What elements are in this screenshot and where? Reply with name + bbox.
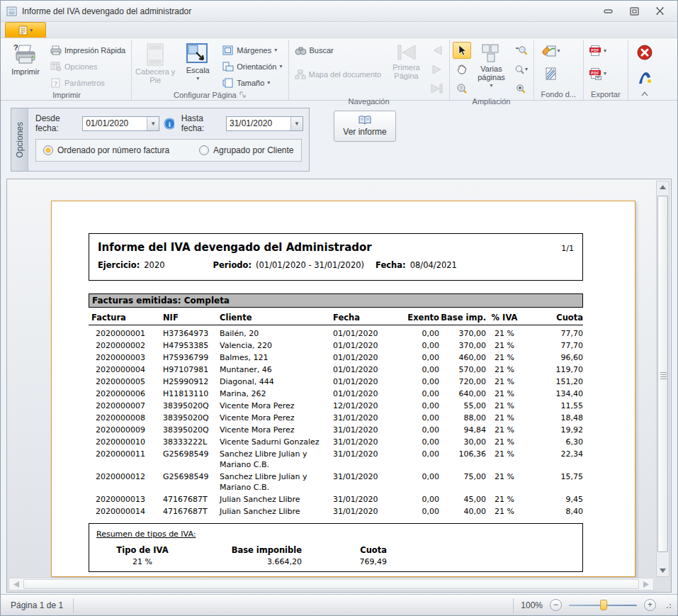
pointer-icon bbox=[457, 45, 467, 56]
to-date-combobox[interactable]: ▼ bbox=[226, 116, 303, 131]
report-page: Informe del IVA devengado del Administra… bbox=[51, 201, 635, 577]
summary-col-base: Base imponible bbox=[188, 545, 302, 555]
magnifier-icon: ? bbox=[456, 83, 468, 94]
hand-icon bbox=[456, 64, 468, 75]
vertical-scroll-thumb[interactable] bbox=[657, 196, 668, 552]
from-date-input[interactable] bbox=[83, 117, 147, 130]
first-page-icon bbox=[396, 43, 417, 62]
send-document-button[interactable]: PDF ▾ bbox=[587, 67, 609, 81]
zoom-level-button[interactable]: ▾ bbox=[512, 61, 531, 78]
print-button[interactable]: ? Imprimir bbox=[5, 41, 46, 86]
close-preview-button[interactable] bbox=[635, 44, 654, 61]
orientation-icon bbox=[222, 62, 234, 72]
last-page-button bbox=[428, 80, 446, 97]
radio-group-by-client[interactable]: Agrupado por Cliente bbox=[199, 145, 293, 155]
zoom-slider[interactable] bbox=[569, 599, 637, 612]
title-bar: Informe del IVA devengado del administra… bbox=[1, 1, 677, 22]
send-pdf-icon: PDF bbox=[589, 68, 601, 79]
chevron-down-icon: ▾ bbox=[490, 83, 492, 89]
quick-printer-icon bbox=[50, 45, 62, 55]
horizontal-scroll-thumb[interactable] bbox=[23, 579, 639, 589]
window-title: Informe del IVA devengado del administra… bbox=[22, 6, 191, 16]
print-preview-window: Informe del IVA devengado del administra… bbox=[0, 0, 678, 616]
svg-text:?: ? bbox=[459, 85, 463, 91]
summary-val-base: 3.664,20 bbox=[188, 557, 302, 566]
table-row: 202000001347167687TJulian Sanchez Llibre… bbox=[89, 494, 583, 505]
vat-summary-box: Resumen de tipos de IVA: Tipo de IVA Bas… bbox=[89, 523, 583, 572]
header-footer-icon bbox=[146, 43, 164, 66]
next-page-icon bbox=[431, 65, 443, 74]
document-icon bbox=[18, 26, 28, 35]
group-label-imprimir: Imprimir bbox=[5, 90, 128, 100]
document-preview-area[interactable]: Informe del IVA devengado del Administra… bbox=[6, 179, 672, 593]
last-page-icon bbox=[431, 84, 443, 94]
multiple-pages-button[interactable]: Varias páginas ▾ bbox=[473, 41, 511, 89]
vertical-scrollbar[interactable] bbox=[656, 181, 669, 577]
collapse-ribbon-icon[interactable] bbox=[640, 91, 649, 97]
minimize-button[interactable] bbox=[601, 6, 616, 17]
chevron-down-icon[interactable]: ▼ bbox=[147, 117, 159, 130]
ribbon-group-ampliacion: ? Varias páginas ▾ ▾ bbox=[450, 40, 534, 100]
page-color-button[interactable]: ▾ bbox=[537, 43, 565, 60]
from-date-combobox[interactable]: ▼ bbox=[82, 116, 159, 131]
scale-button[interactable]: Escala ▾ bbox=[177, 41, 218, 86]
triangle-down-icon bbox=[660, 569, 666, 573]
restore-button[interactable] bbox=[626, 6, 642, 17]
group-label-configurar-pagina: Configurar Página bbox=[174, 91, 237, 99]
chevron-down-icon[interactable]: ▼ bbox=[290, 117, 303, 130]
watermark-icon bbox=[545, 67, 558, 80]
zoom-in-stepper[interactable]: + bbox=[644, 599, 656, 611]
page-color-icon bbox=[541, 45, 557, 57]
close-red-icon bbox=[637, 45, 652, 60]
ribbon-group-configurar-pagina: Cabecera y Pie Escala ▾ Márgenes▾ bbox=[132, 40, 288, 100]
triangle-right-icon bbox=[643, 581, 649, 588]
magnifier-tool-button[interactable]: ? bbox=[453, 80, 471, 97]
dialog-launcher-icon[interactable] bbox=[239, 91, 247, 99]
view-report-button[interactable]: Ver informe bbox=[334, 111, 396, 142]
zoom-out-stepper[interactable]: − bbox=[550, 599, 562, 611]
application-menu-button[interactable]: ▾ bbox=[5, 22, 46, 38]
radio-order-by-invoice[interactable]: Ordenado por número factura bbox=[43, 145, 169, 155]
scroll-down-button[interactable] bbox=[657, 565, 669, 576]
zoom-out-icon bbox=[515, 45, 528, 56]
chevron-down-icon: ▾ bbox=[30, 28, 33, 33]
ribbon-group-exportar: PDF ▾ PDF ▾ Exportar bbox=[584, 40, 628, 100]
next-page-button bbox=[428, 61, 446, 78]
first-page-button: Primera Página bbox=[387, 41, 426, 86]
pointer-tool-button[interactable] bbox=[453, 42, 471, 59]
to-date-label: Hasta fecha: bbox=[181, 113, 222, 133]
zoom-in-button[interactable] bbox=[512, 80, 531, 97]
table-row: 202000001038333222LVicente Sadurni Gonza… bbox=[89, 437, 583, 447]
orientation-button[interactable]: Orientación▾ bbox=[220, 60, 285, 74]
table-row: 2020000003H75936799Balmes, 12101/01/2020… bbox=[89, 352, 583, 363]
table-row: 202000000838395020QVicente Mora Perez31/… bbox=[89, 413, 583, 423]
options-panel-tab[interactable]: Opciones bbox=[11, 108, 28, 171]
margins-button[interactable]: Márgenes▾ bbox=[220, 43, 285, 57]
report-title: Informe del IVA devengado del Administra… bbox=[98, 241, 372, 254]
binoculars-icon bbox=[295, 46, 307, 55]
close-button[interactable] bbox=[652, 6, 667, 17]
scroll-up-button[interactable] bbox=[657, 181, 669, 193]
search-button[interactable]: Buscar bbox=[292, 43, 385, 57]
to-date-input[interactable] bbox=[227, 117, 290, 130]
page-size-button[interactable]: Tamaño▾ bbox=[220, 76, 285, 90]
chevron-down-icon: ▾ bbox=[196, 76, 199, 82]
from-date-label: Desde fecha: bbox=[35, 113, 78, 133]
table-row: 2020000004H97107981Muntaner, 4601/01/202… bbox=[89, 364, 583, 375]
ribbon-group-fondo: ▾ Fondo d... bbox=[534, 40, 584, 100]
status-bar: Página 1 de 1 100% − + bbox=[1, 594, 677, 615]
agencia-tributaria-button[interactable] bbox=[635, 69, 654, 86]
agencia-tributaria-icon bbox=[637, 71, 652, 85]
zoom-out-button[interactable] bbox=[512, 42, 531, 59]
watermark-button[interactable] bbox=[537, 65, 565, 82]
zoom-percentage-label: 100% bbox=[521, 600, 543, 610]
quick-print-button[interactable]: Impresión Rápida bbox=[47, 43, 128, 57]
zoom-slider-thumb[interactable] bbox=[600, 600, 607, 610]
printer-icon: ? bbox=[13, 43, 38, 66]
chevron-down-icon: ▾ bbox=[604, 71, 606, 77]
radio-unselected-icon bbox=[199, 145, 209, 155]
hand-tool-button[interactable] bbox=[453, 61, 471, 78]
resize-grip[interactable] bbox=[665, 602, 672, 609]
export-document-button[interactable]: PDF ▾ bbox=[587, 44, 609, 58]
horizontal-scrollbar[interactable] bbox=[9, 578, 654, 590]
